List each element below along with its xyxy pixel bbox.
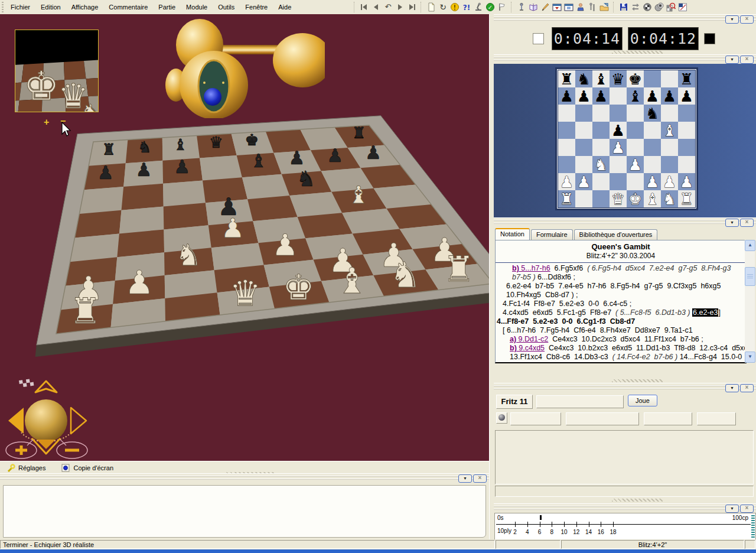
move-text[interactable]: Ce4xc3 10.Dc2xc3 d5xc4 11.Ff1xc4 b7-b6 ;: [548, 335, 703, 343]
panel-minimize-button[interactable]: ▼: [725, 15, 739, 24]
gold-clock-3d[interactable]: [148, 14, 325, 118]
panel-minimize-button[interactable]: ▼: [725, 219, 739, 227]
new-game-icon[interactable]: [425, 1, 437, 13]
tab-biblioth-que-d-ouvertures[interactable]: Bibliothèque d'ouvertures: [574, 229, 658, 240]
splitter-grip[interactable]: [612, 51, 663, 54]
move-forward-icon[interactable]: [394, 1, 406, 13]
move-text[interactable]: 13.Ff1xc4 Cb8-c6 14.Db3-c3: [510, 353, 612, 361]
notation-board-icon[interactable]: [677, 1, 689, 13]
menu-affichage[interactable]: Affichage: [66, 2, 104, 12]
tools-icon[interactable]: [586, 1, 598, 13]
center-board-icon[interactable]: [563, 1, 575, 13]
scroll-up-button[interactable]: ▲: [745, 240, 755, 251]
trainer-icon[interactable]: [575, 1, 586, 13]
move-text[interactable]: 6.Fg5xf6: [550, 264, 588, 272]
analysis-icon[interactable]: [472, 1, 484, 13]
black-side-indicator[interactable]: [704, 33, 715, 44]
notation-link[interactable]: b): [512, 264, 519, 272]
panel-close-button[interactable]: ×: [740, 384, 754, 392]
takeback-icon[interactable]: ↶: [382, 1, 394, 13]
evaluate-icon[interactable]: ✓: [484, 1, 496, 13]
engine-info-box[interactable]: [510, 412, 561, 425]
graph-scroll-stripe[interactable]: [751, 515, 755, 538]
engine-plug-icon[interactable]: [516, 1, 527, 13]
first-move-icon[interactable]: [359, 1, 370, 13]
message-area[interactable]: [3, 485, 486, 538]
move-text[interactable]: ( 14.Fc4-e2 b7-b6 ): [612, 353, 677, 361]
panel-close-button[interactable]: ×: [740, 15, 754, 24]
demo-mode-icon[interactable]: ↻: [437, 1, 449, 13]
board-2d[interactable]: ♜♞♝♛♚♜♟♟♟♝♟♟♟♞♟♝♟♞♟♟♟♟♟♟♜♛♚♝♞♜: [555, 67, 698, 210]
notation-link[interactable]: b): [510, 344, 517, 352]
move-text[interactable]: 6...Dd8xf6 ;: [536, 273, 575, 281]
scroll-down-button[interactable]: ▼: [745, 352, 755, 363]
white-side-indicator[interactable]: [533, 33, 544, 44]
menu-fichier[interactable]: Fichier: [5, 2, 35, 12]
board-navigation-control[interactable]: [1, 371, 93, 460]
engine-info-box[interactable]: [566, 412, 639, 425]
move-text[interactable]: b7-b5 ): [512, 273, 536, 281]
menu-module[interactable]: Module: [181, 2, 213, 12]
hint-icon[interactable]: [449, 1, 461, 13]
move-text[interactable]: Ce4xc3 10.b2xc3 e6xd5 11.Dd1-b3 Tf8-d8 1…: [545, 344, 747, 352]
panel-minimize-button[interactable]: ▼: [725, 505, 739, 513]
menu-fenêtre[interactable]: Fenêtre: [240, 2, 273, 12]
board-3d-zoom-preview[interactable]: ♚♛♞: [15, 30, 99, 112]
openings-book-icon[interactable]: [527, 1, 539, 13]
panel-minimize-button[interactable]: ▼: [725, 384, 739, 392]
notation-link[interactable]: 9.c4xd5: [517, 344, 545, 352]
move-text[interactable]: 4.Fc1-f4 Ff8-e7 5.e2-e3 0-0 6.c4-c5 ;: [503, 300, 631, 308]
database-window-icon[interactable]: [598, 1, 610, 13]
notation-scrollbar[interactable]: ▲ ▼: [745, 240, 755, 363]
zoom-in-button[interactable]: +: [44, 117, 49, 128]
move-back-icon[interactable]: [370, 1, 382, 13]
menu-commentaire[interactable]: Commentaire: [103, 2, 153, 12]
menu-outils[interactable]: Outils: [213, 2, 240, 12]
panel-minimize-button[interactable]: ▼: [458, 474, 472, 483]
notation-link[interactable]: a): [510, 335, 516, 343]
annotate-pen-icon[interactable]: [539, 1, 551, 13]
toolbar-grip[interactable]: [2, 2, 4, 12]
move-text[interactable]: ( 6.Fg5-h4 d5xc4 7.e2-e4 g7-g5 8.Fh4-g3: [587, 264, 731, 272]
save-icon[interactable]: [618, 1, 630, 13]
notation-link[interactable]: 5...h7-h6: [519, 264, 550, 272]
engine-compete-icon[interactable]: [653, 1, 665, 13]
move-text[interactable]: ]: [718, 308, 720, 317]
engine-analysis-area[interactable]: [495, 430, 754, 484]
eval-graph[interactable]: 0s 100cp 10ply 24681012141618: [494, 513, 756, 540]
engine-state-indicator[interactable]: [496, 412, 507, 424]
screenshot-button[interactable]: Copie d'écran: [61, 463, 113, 473]
move-text[interactable]: [ 6...h7-h6 7.Fg5-h4 Cf6-e4 8.Fh4xe7 Dd8…: [503, 326, 693, 334]
play-button[interactable]: Joue: [628, 395, 657, 406]
current-move[interactable]: 6.e2-e3: [692, 308, 718, 317]
board-window-icon[interactable]: [551, 1, 563, 13]
engine-match-icon[interactable]: [641, 1, 653, 13]
panel-close-button[interactable]: ×: [740, 56, 754, 64]
engine-output-field[interactable]: [536, 395, 624, 408]
question-icon[interactable]: ?!: [461, 1, 472, 13]
notation-link[interactable]: 9.Dd1-c2: [516, 335, 548, 343]
board-3d-view[interactable]: ♜♞♝♛♚♜♟♟♟♝♟♟♟♞♟♝♟♞♟♟♟♟♟♟♜♛♚♝♞♜ ♚♛♞ + −: [0, 14, 489, 461]
panel-minimize-button[interactable]: ▼: [725, 56, 739, 64]
menu-edition[interactable]: Edition: [35, 2, 66, 12]
splitter-grip[interactable]: [612, 499, 663, 502]
menu-partie[interactable]: Partie: [153, 2, 181, 12]
move-text[interactable]: 6.e2-e4 b7-b5 7.e4-e5 h7-h6 8.Fg5-h4 g7-…: [506, 282, 721, 290]
panel-close-button[interactable]: ×: [740, 505, 754, 513]
panel-close-button[interactable]: ×: [473, 474, 487, 483]
move-text[interactable]: 14...Fc8-g4 15.0-0: [677, 353, 742, 361]
settings-button[interactable]: Réglages: [6, 463, 45, 473]
notation-content[interactable]: Queen's Gambit Blitz:4'+2" 30.03.2004 b)…: [495, 240, 747, 363]
engine-name[interactable]: Fritz 11: [496, 395, 533, 409]
move-text[interactable]: 10.Fh4xg5 Cb8-d7 ) ;: [506, 291, 578, 299]
panel-close-button[interactable]: ×: [740, 219, 754, 227]
move-text[interactable]: ( 5...Fc8-f5 6.Dd1-b3 ): [615, 308, 690, 317]
sync-arrows-icon[interactable]: [630, 1, 641, 13]
tab-formulaire[interactable]: Formulaire: [531, 229, 573, 240]
engine-info-box[interactable]: [644, 412, 692, 425]
menu-aide[interactable]: Aide: [273, 2, 296, 12]
position-search-icon[interactable]: [665, 1, 677, 13]
scroll-thumb[interactable]: [745, 267, 755, 286]
engine-info-box[interactable]: [697, 412, 736, 425]
tab-notation[interactable]: Notation: [495, 228, 530, 240]
